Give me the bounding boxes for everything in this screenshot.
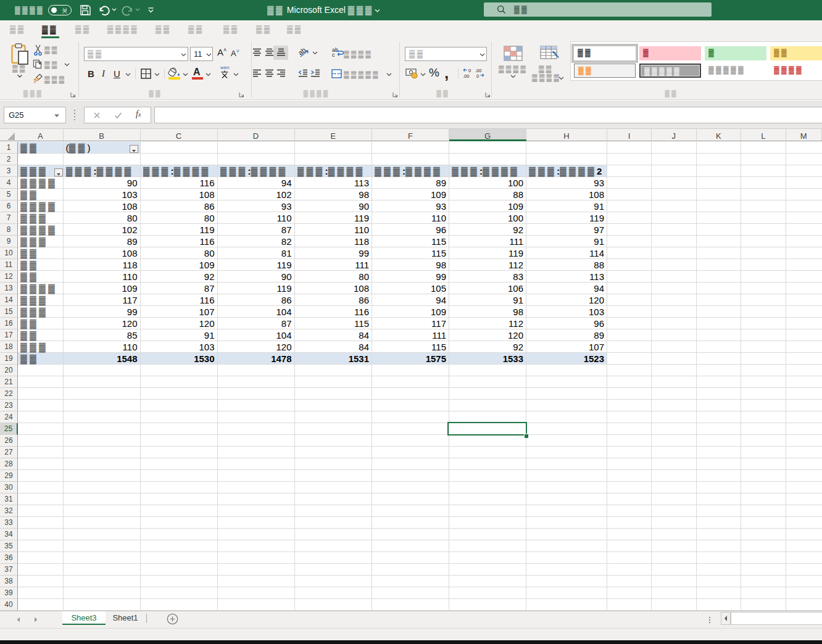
svg-text:0: 0 (476, 73, 479, 79)
svg-text:.00: .00 (463, 73, 469, 79)
